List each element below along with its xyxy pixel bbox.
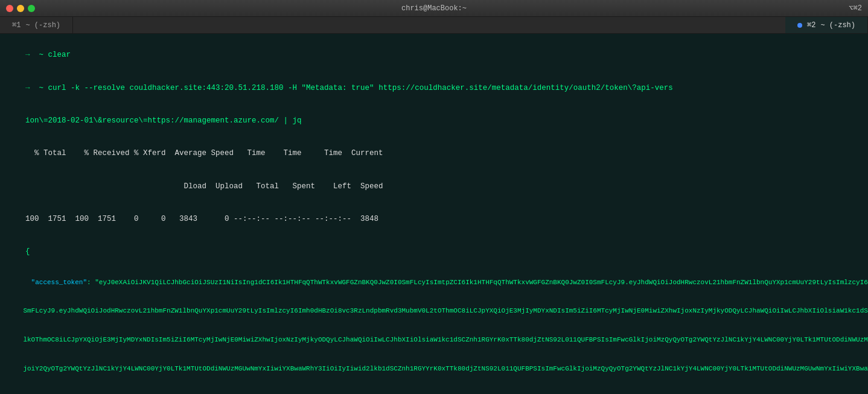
tab-2-shortcut: ⌘2 [807,21,815,30]
title-bar: chris@MacBook:~ ⌥⌘2 [0,0,868,17]
terminal-line-4: % Total % Received % Xferd Average Speed… [7,137,861,170]
terminal-line-token3: lkOThmOC8iLCJpYXQiOjE3MjIyMDYxNDIsIm5iZi… [7,326,861,355]
traffic-lights [6,5,35,12]
terminal-line-3: ion\=2018-02-01\&resource\=https://manag… [7,104,861,137]
prompt-arrow-2: → [25,84,30,92]
terminal-line-token4: joiY2QyOTg2YWQtYzJlNC1kYjY4LWNC00YjY0LTk… [7,355,861,384]
tab-dot [797,23,802,28]
terminal-line-token2: SmFLcyJ9.eyJhdWQiOiJodHRwczovL21hbmFnZW1… [7,297,861,326]
tab-2[interactable]: ⌘2 ~ (-zsh) [785,17,868,33]
shortcut-right: ⌥⌘2 [849,4,862,13]
terminal-line-1: → ~ clear [7,39,861,71]
close-button[interactable] [6,5,13,12]
window-title: chris@MacBook:~ [401,4,467,13]
tab-1[interactable]: ⌘1 ~ (-zsh) [0,17,73,33]
prompt-arrow-1: → [25,51,30,59]
tab-1-shortcut: ⌘1 [12,21,21,30]
terminal-line-5: Dload Upload Total Spent Left Speed [7,170,861,203]
title-bar-right: ⌥⌘2 [849,4,862,13]
minimize-button[interactable] [17,5,24,12]
terminal-content[interactable]: → ~ clear → ~ curl -k --resolve couldhac… [0,34,868,394]
terminal-line-7: { [7,235,861,268]
terminal-line-2: → ~ curl -k --resolve couldhacker.site:4… [7,71,861,104]
tab-bar: ⌘1 ~ (-zsh) ⌘2 ~ (-zsh) [0,17,868,34]
terminal-line-token5: NmUtMDQ0MDIxOWQ5SOGY0LyIsImxkdHlwZSI6joi… [7,384,861,394]
terminal-line-6: 100 1751 100 1751 0 0 3843 0 --:--:-- --… [7,203,861,235]
tab-1-label: ~ (-zsh) [25,21,60,30]
maximize-button[interactable] [28,5,35,12]
tab-2-label: ~ (-zsh) [820,21,855,30]
terminal-line-token: "access_token": "eyJ0eXAiOiJKV1QiLCJhbGc… [7,268,861,297]
